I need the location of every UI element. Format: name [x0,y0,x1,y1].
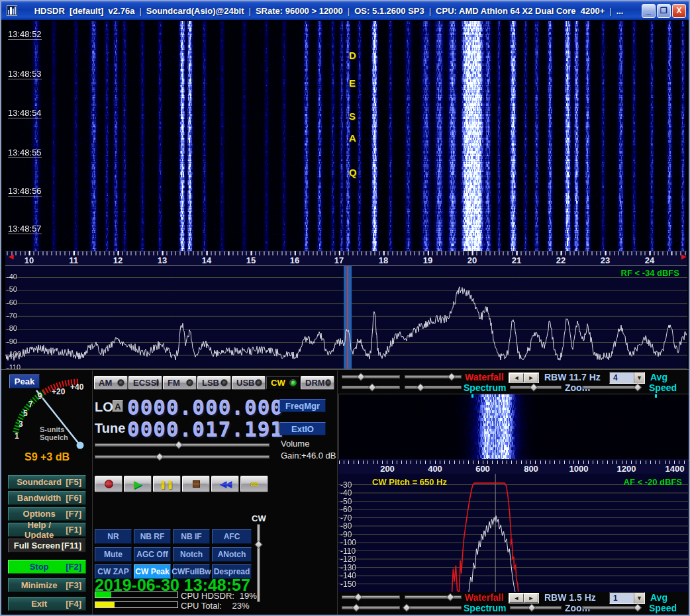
af2-spectrum-min-slider[interactable] [342,605,400,611]
af2-avg-label: Avg [650,592,667,603]
af-marker-tick [655,394,657,398]
af2-zoom-slider[interactable] [510,605,562,611]
notch-button[interactable]: Notch [173,547,210,562]
scale-left-arrow-icon[interactable]: ◄ [7,252,15,261]
led-icon [186,379,193,386]
minimize-app-button[interactable]: Minimize[F3] [8,578,86,592]
arrow-right-icon[interactable]: ► [524,373,538,382]
maximize-button[interactable]: ❐ [657,4,671,18]
tune-frequency-display[interactable]: 0000.017.191 [127,418,283,441]
waterfall-timestamp: 13:48:53 [8,69,42,79]
arrow-left-icon[interactable]: ◄ [509,373,524,382]
extio-button[interactable]: ExtIO [279,422,326,435]
mode-cw[interactable]: CW [266,376,300,390]
af-rbw-stepper[interactable]: ◄► [509,373,539,383]
rf-spectrum[interactable] [5,265,687,370]
pause-icon: ❚❚ [160,480,174,489]
led-icon [255,379,262,386]
mute-button[interactable]: Mute [95,547,132,562]
stop-playback-button[interactable] [182,476,210,492]
mode-lsb[interactable]: LSB [197,376,231,390]
mode-ecss[interactable]: ECSS [128,376,162,390]
minimize-button[interactable]: _ [642,4,656,18]
bandwidth-button[interactable]: Bandwidth[F6] [8,491,86,505]
cpu-total-bar [95,601,178,608]
gain-label: Gain:+46.0 dB [281,451,336,461]
af2-waterfall-contrast-slider[interactable] [405,594,462,600]
af-speed-slider[interactable] [583,384,640,390]
play-button[interactable]: ▶ [124,476,152,492]
help-update-button[interactable]: Help / Update[F1] [8,523,86,537]
options-button[interactable]: Options[F7] [8,507,86,521]
rf-waterfall[interactable] [5,21,687,251]
cw-slider-label: CW [252,513,266,523]
af-level-indicator: AF < -20 dBFS [624,477,683,487]
cpu-total-text: CPU Total: 23% [181,601,250,611]
mode-drm[interactable]: DRM [301,376,334,390]
station-marker: D [349,50,356,61]
af-spectrum-max-slider[interactable] [405,384,462,390]
stop-button[interactable]: Stop[F2] [8,560,86,574]
chevron-down-icon[interactable]: ▼ [634,373,644,383]
af2-avg-select[interactable]: 1▼ [609,592,645,604]
anotch-button[interactable]: ANotch [212,547,252,562]
scale-right-arrow-icon[interactable]: ► [679,252,688,261]
lo-label: LO [95,400,113,415]
af2-rbw-stepper[interactable]: ◄► [509,593,539,603]
af-waterfall-brightness-slider[interactable] [342,374,400,380]
close-button[interactable]: X [672,4,686,18]
waterfall-timestamp: 13:48:57 [8,224,42,234]
af2-waterfall-label: Waterfall [465,592,504,603]
af2-rbw-value: RBW 1.5 Hz [544,592,596,603]
arrow-left-icon[interactable]: ◄ [509,594,524,603]
stop-icon [193,480,200,488]
af-marker-tick [471,394,473,398]
app-icon [7,5,17,16]
af-waterfall[interactable] [338,394,689,461]
volume-slider[interactable] [95,442,270,448]
pause-button[interactable]: ❚❚ [153,476,181,492]
cpu-hdsdr-text: CPU HDSDR: 19% [181,591,257,601]
arrow-right-icon[interactable]: ► [524,594,538,603]
mode-usb[interactable]: USB [232,376,266,390]
af-waterfall-contrast-slider[interactable] [405,374,462,380]
gain-slider[interactable] [95,454,270,460]
lo-frequency-display[interactable]: 0000.000.000 [127,396,283,419]
freqmgr-button[interactable]: FreqMgr [279,399,326,412]
lo-a-badge[interactable]: A [113,400,123,412]
title-bar[interactable]: HDSDR [default] v2.76a|Soundcard(Asio)@2… [1,1,689,20]
fullscreen-button[interactable]: Full Screen[F11] [8,539,86,552]
record-button[interactable] [95,476,123,492]
chevron-down-icon[interactable]: ▼ [634,593,644,603]
mode-fm[interactable]: FM [163,376,197,390]
play-icon: ▶ [134,478,142,490]
volume-label: Volume [281,439,309,449]
exit-button[interactable]: Exit[F4] [8,597,86,611]
smeter-mode-button[interactable]: Peak [9,374,40,388]
rewind-button[interactable]: ◀◀ [211,476,239,492]
agc-button[interactable]: AGC Off [134,547,171,562]
station-marker: E [349,77,356,89]
scale-ticks [5,251,687,255]
af-spectrum-min-slider[interactable] [342,384,400,390]
af2-speed-label: Speed [649,603,677,613]
af2-spectrum-max-slider[interactable] [405,605,462,611]
nb-if-button[interactable]: NB IF [173,529,210,544]
nr-button[interactable]: NR [95,529,132,544]
af2-speed-slider[interactable] [583,605,640,611]
rewind-icon: ◀◀ [220,479,230,489]
af2-waterfall-brightness-slider[interactable] [342,594,400,600]
soundcard-button[interactable]: Soundcard[F5] [8,475,86,489]
led-icon [156,379,159,386]
af-zoom-slider[interactable] [510,384,562,390]
mode-am[interactable]: AM [94,376,128,390]
af-avg-label: Avg [650,372,667,382]
af-spectrum[interactable] [338,474,688,592]
nb-rf-button[interactable]: NB RF [134,529,171,544]
af-speed-label: Speed [649,382,677,393]
af-avg-select[interactable]: 4▼ [609,372,645,384]
tune-label: Tune [95,421,125,436]
cpu-hdsdr-bar [95,592,178,598]
loop-button[interactable]: ∞ [240,476,268,492]
afc-button[interactable]: AFC [212,529,252,544]
